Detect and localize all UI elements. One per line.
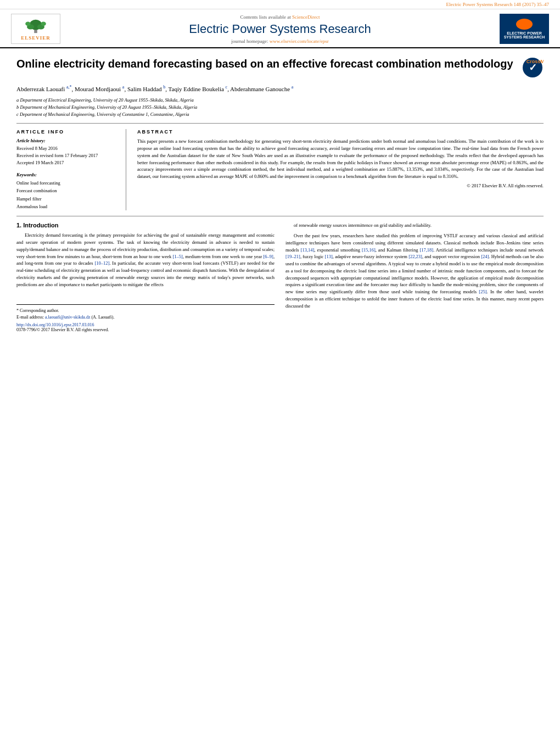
- ref-25[interactable]: [25]: [479, 289, 486, 294]
- keywords-title: Keywords:: [16, 172, 117, 177]
- elsevier-brand-text: ELSEVIER: [21, 35, 51, 41]
- accepted-date: Accepted 19 March 2017: [16, 159, 117, 166]
- footnote-area: * Corresponding author. E-mail address: …: [16, 304, 275, 332]
- doi-link[interactable]: http://dx.doi.org/10.1016/j.epsr.2017.03…: [16, 322, 94, 327]
- revised-date: Received in revised form 17 February 201…: [16, 152, 117, 159]
- authors-line: Abderrezak Laouafi a,*, Mourad Mordjaoui…: [16, 84, 544, 93]
- article-history: Article history: Received 8 May 2016 Rec…: [16, 138, 117, 166]
- footnote-email: E-mail address: a.laouafi@univ-skikda.dz…: [16, 314, 275, 321]
- journal-homepage: journal homepage: www.elsevier.com/locat…: [71, 38, 489, 44]
- right-col: of renewable energy sources intermittenc…: [285, 222, 544, 332]
- divider-1: [16, 123, 544, 124]
- homepage-url[interactable]: www.elsevier.com/locate/epsr: [270, 38, 329, 44]
- article-info-title: ARTICLE INFO: [16, 129, 117, 135]
- divider-2: [16, 216, 544, 216]
- intro-heading: 1. Introduction: [16, 222, 275, 228]
- article-title-section: Online electricity demand forecasting ba…: [16, 57, 544, 79]
- ref-6-9[interactable]: [6–9]: [263, 254, 273, 259]
- ref-13-14[interactable]: [13,14]: [301, 247, 315, 253]
- affiliation-a: a Department of Electrical Engineering, …: [16, 97, 544, 104]
- left-col: 1. Introduction Electricity demand forec…: [16, 222, 275, 332]
- intro-paragraph-right-2: Over the past few years, researchers hav…: [285, 232, 544, 309]
- keywords-section: Keywords: Online load forecasting Foreca…: [16, 172, 117, 211]
- ref-17-18[interactable]: [17,18]: [419, 247, 433, 253]
- journal-title-header: Electric Power Systems Research: [71, 22, 489, 36]
- affiliation-c: c Department of Mechanical Engineering, …: [16, 111, 544, 118]
- contents-line: Contents lists available at ScienceDirec…: [71, 14, 489, 20]
- abstract-col: ABSTRACT This paper presents a new forec…: [137, 129, 544, 210]
- homepage-prefix: journal homepage:: [231, 38, 268, 44]
- ref-15-16[interactable]: [15,16]: [362, 247, 376, 253]
- affiliations: a Department of Electrical Engineering, …: [16, 97, 544, 118]
- email-prefix: E-mail address:: [16, 315, 44, 320]
- history-title: Article history:: [16, 138, 117, 143]
- ref-10-12[interactable]: [10–12]: [94, 260, 109, 266]
- footnote-corresponding: * Corresponding author.: [16, 308, 275, 314]
- keyword-1: Online load forecasting: [16, 179, 117, 187]
- article-title: Online electricity demand forecasting ba…: [16, 57, 513, 71]
- issn-line: 0378-7796/© 2017 Elsevier B.V. All right…: [16, 327, 275, 332]
- article-info-col: ARTICLE INFO Article history: Received 8…: [16, 129, 126, 210]
- page: Electric Power Systems Research 148 (201…: [0, 0, 560, 742]
- sciencedirect-link: ScienceDirect: [292, 14, 320, 20]
- abstract-title: ABSTRACT: [137, 129, 544, 135]
- article-area: Online electricity demand forecasting ba…: [0, 48, 560, 341]
- citation-text: Electric Power Systems Research 148 (201…: [446, 2, 549, 7]
- journal-logo-line2: SYSTEMS RESEARCH: [504, 35, 545, 39]
- ref-19-21[interactable]: [19–21]: [285, 254, 300, 259]
- doi-line: http://dx.doi.org/10.1016/j.epsr.2017.03…: [16, 322, 275, 327]
- keyword-3: Hampel filter: [16, 195, 117, 203]
- copyright-line: © 2017 Elsevier B.V. All rights reserved…: [137, 183, 544, 188]
- article-body-cols: ARTICLE INFO Article history: Received 8…: [16, 129, 544, 210]
- epsr-logo-icon: [516, 19, 533, 30]
- abstract-text: This paper presents a new forecast combi…: [137, 138, 544, 180]
- elsevier-tree-icon: [22, 18, 49, 34]
- ref-13b[interactable]: [13]: [325, 254, 333, 259]
- keyword-4: Anomalous load: [16, 203, 117, 210]
- keyword-2: Forecast combination: [16, 187, 117, 194]
- received-date: Received 8 May 2016: [16, 145, 117, 152]
- main-content: 1. Introduction Electricity demand forec…: [16, 222, 544, 332]
- ref-22-23[interactable]: [22,23]: [408, 254, 422, 259]
- journal-center: Contents lists available at ScienceDirec…: [60, 14, 500, 44]
- elsevier-logo: ELSEVIER: [11, 14, 60, 44]
- affiliation-b: b Department of Mechanical Engineering, …: [16, 104, 544, 111]
- contents-prefix: Contents lists available at: [240, 14, 291, 20]
- journal-logo-line1: ELECTRIC POWER: [507, 31, 541, 35]
- journal-logo-box: ELECTRIC POWER SYSTEMS RESEARCH: [500, 14, 549, 44]
- ref-1-5[interactable]: [1–5]: [173, 254, 183, 259]
- email-suffix: (A. Laouafi).: [91, 315, 114, 320]
- intro-paragraph-1: Electricity demand forecasting is the pr…: [16, 232, 275, 288]
- svg-text:CrossMark: CrossMark: [527, 59, 544, 64]
- citation-bar: Electric Power Systems Research 148 (201…: [0, 0, 560, 9]
- section-title: Introduction: [23, 222, 58, 228]
- crossmark-icon: ✓ CrossMark: [522, 57, 544, 79]
- journal-header: ELSEVIER Contents lists available at Sci…: [0, 9, 560, 48]
- svg-point-5: [41, 21, 46, 26]
- email-link[interactable]: a.laouafi@univ-skikda.dz: [45, 315, 90, 320]
- intro-paragraph-right-1: of renewable energy sources intermittenc…: [285, 222, 544, 229]
- svg-point-4: [25, 21, 30, 26]
- section-number: 1.: [16, 222, 21, 228]
- ref-24[interactable]: [24]: [481, 254, 489, 259]
